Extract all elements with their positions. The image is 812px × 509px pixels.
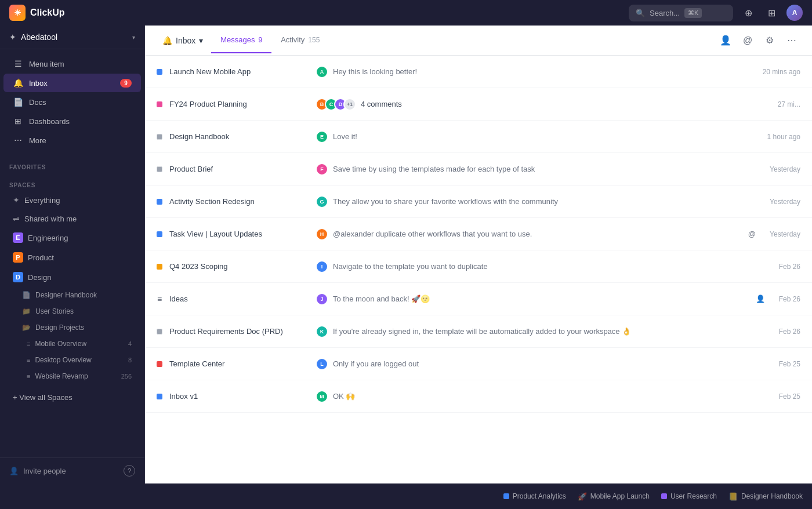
invite-people-btn[interactable]: 👤 Invite people	[9, 467, 66, 475]
list-type-icon: ≡	[157, 295, 162, 304]
message-item[interactable]: Inbox v1 M OK 🙌 Feb 25	[145, 380, 812, 413]
open-folder-icon: 📂	[22, 323, 31, 332]
sidebar-item-designer-handbook[interactable]: 📄 Designer Handbook	[3, 288, 141, 303]
sidebar-item-engineering-label: Engineering	[28, 234, 68, 242]
message-time: 1 hour ago	[767, 133, 800, 141]
folder-icon: 📁	[22, 307, 31, 315]
status-mobile-app-launch[interactable]: 🚀 Mobile App Launch	[578, 492, 650, 501]
message-item[interactable]: Activity Section Redesign G They allow y…	[145, 186, 812, 218]
sidebar-item-mobile-overview[interactable]: ≡ Mobile Overview 4	[3, 336, 141, 351]
tab-messages[interactable]: Messages 9	[211, 27, 271, 53]
sidebar-item-user-stories[interactable]: 📁 User Stories	[3, 304, 141, 319]
message-item[interactable]: Launch New Mobile App A Hey this is look…	[145, 56, 812, 88]
doc-icon: 📄	[22, 291, 31, 299]
task-indicator	[157, 361, 162, 367]
sidebar-item-docs[interactable]: 📄 Docs	[3, 93, 141, 111]
sidebar-item-more[interactable]: ⋯ More	[3, 131, 141, 150]
workspace-header[interactable]: ✦ Abedatool ▾	[0, 26, 144, 49]
tab-activity[interactable]: Activity 155	[271, 27, 329, 53]
status-designer-handbook-label: Designer Handbook	[741, 492, 803, 500]
sidebar-item-website-revamp[interactable]: ≡ Website Revamp 256	[3, 369, 141, 384]
status-user-research[interactable]: User Research	[661, 492, 717, 500]
avatar: H	[316, 228, 328, 241]
message-item[interactable]: Q4 2023 Scoping I Navigate to the templa…	[145, 250, 812, 283]
message-name: Product Requirements Doc (PRD)	[169, 327, 309, 336]
at-icon[interactable]: @	[739, 32, 756, 49]
list-icon-3: ≡	[27, 373, 30, 380]
avatar: E	[316, 130, 328, 143]
add-icon[interactable]: ⊕	[740, 5, 756, 21]
message-name: Q4 2023 Scoping	[169, 262, 309, 271]
message-item[interactable]: Template Center L Only if you are logged…	[145, 348, 812, 380]
sidebar-item-shared-with-me[interactable]: ⇌ Shared with me	[3, 210, 141, 227]
message-time: Yesterday	[770, 198, 800, 206]
sidebar-item-everything-label: Everything	[24, 196, 60, 205]
view-all-spaces-label: + View all Spaces	[13, 393, 72, 402]
workspace-icon: ✦	[9, 32, 16, 42]
sidebar-item-docs-label: Docs	[29, 98, 46, 107]
sidebar-item-user-stories-label: User Stories	[35, 307, 74, 315]
filter-icon[interactable]: ⚙	[761, 32, 778, 49]
message-time: Yesterday	[770, 230, 800, 238]
message-name: FY24 Product Planning	[169, 100, 309, 108]
sidebar-item-inbox[interactable]: 🔔 Inbox 9	[3, 74, 141, 92]
message-item[interactable]: FY24 Product Planning B C D +1 4 comment…	[145, 88, 812, 121]
preview-text: They allow you to share your favorite wo…	[333, 197, 558, 206]
messages-list: Launch New Mobile App A Hey this is look…	[145, 56, 812, 483]
task-indicator	[157, 199, 162, 205]
app-logo-icon: ☀	[9, 5, 26, 21]
help-icon[interactable]: ?	[124, 465, 135, 477]
inbox-dropdown-btn[interactable]: 🔔 Inbox ▾	[157, 32, 209, 49]
message-item[interactable]: Design Handbook E Love it! 1 hour ago	[145, 121, 812, 153]
header-left: 🔔 Inbox ▾ Messages 9 Activity 155	[157, 27, 329, 53]
message-item[interactable]: ≡ Ideas J To the moon and back! 🚀🌝 👤 Feb…	[145, 283, 812, 315]
main-layout: ✦ Abedatool ▾ ☰ Menu item 🔔 Inbox 9 📄 Do…	[0, 26, 812, 483]
sidebar-item-design-projects-label: Design Projects	[35, 323, 84, 332]
message-time: 20 mins ago	[763, 68, 800, 76]
task-indicator	[157, 264, 162, 270]
more-options-icon[interactable]: ⋯	[783, 32, 800, 49]
sidebar-item-everything[interactable]: ✦ Everything	[3, 191, 141, 209]
sidebar-item-engineering[interactable]: E Engineering	[3, 228, 141, 247]
sidebar-nav: ☰ Menu item 🔔 Inbox 9 📄 Docs ⊞ Dashboard…	[0, 49, 144, 155]
message-preview: E Love it!	[316, 130, 753, 143]
sidebar-item-design[interactable]: D Design	[3, 268, 141, 286]
message-item[interactable]: Task View | Layout Updates H @alexander …	[145, 218, 812, 250]
message-preview: G They allow you to share your favorite …	[316, 195, 756, 208]
status-product-analytics-label: Product Analytics	[513, 492, 566, 500]
message-preview: M OK 🙌	[316, 390, 765, 403]
user-avatar[interactable]: A	[786, 5, 803, 21]
sidebar-item-dashboards[interactable]: ⊞ Dashboards	[3, 112, 141, 130]
view-all-spaces[interactable]: + View all Spaces	[3, 389, 141, 406]
person-filter-icon[interactable]: 👤	[717, 32, 734, 49]
product-dot: P	[13, 252, 23, 263]
design-dot: D	[13, 272, 23, 282]
message-item[interactable]: Product Requirements Doc (PRD) K If you'…	[145, 315, 812, 348]
sidebar-item-design-projects[interactable]: 📂 Design Projects	[3, 320, 141, 335]
sidebar-item-desktop-overview[interactable]: ≡ Desktop Overview 8	[3, 352, 141, 368]
status-designer-handbook[interactable]: 📒 Designer Handbook	[728, 492, 803, 501]
sidebar-item-desktop-overview-label: Desktop Overview	[35, 356, 91, 364]
search-bar[interactable]: 🔍 Search... ⌘K	[629, 5, 733, 21]
sidebar-item-more-label: More	[29, 136, 46, 145]
message-name: Ideas	[169, 295, 309, 303]
grid-icon[interactable]: ⊞	[763, 5, 780, 21]
status-product-analytics[interactable]: Product Analytics	[503, 492, 566, 500]
spaces-section-label: SPACES	[0, 173, 144, 191]
task-indicator	[157, 231, 162, 237]
message-preview: L Only if you are logged out	[316, 358, 765, 370]
workspace-name: Abedatool	[21, 32, 128, 42]
message-item[interactable]: Product Brief F Save time by using the t…	[145, 153, 812, 186]
header-right: 👤 @ ⚙ ⋯	[717, 32, 800, 49]
message-time: Feb 25	[779, 392, 800, 401]
preview-text: Navigate to the template you want to dup…	[333, 262, 488, 271]
topbar-left: ☀ ClickUp	[9, 5, 65, 21]
message-preview: J To the moon and back! 🚀🌝	[316, 293, 744, 306]
sidebar-item-product[interactable]: P Product	[3, 248, 141, 267]
sidebar-item-menu[interactable]: ☰ Menu item	[3, 54, 141, 73]
topbar: ☀ ClickUp 🔍 Search... ⌘K ⊕ ⊞ A	[0, 0, 812, 26]
message-time: Feb 25	[779, 360, 800, 368]
search-icon: 🔍	[636, 9, 645, 17]
message-preview: B C D +1 4 comments	[316, 98, 764, 111]
message-time: Yesterday	[770, 165, 800, 173]
